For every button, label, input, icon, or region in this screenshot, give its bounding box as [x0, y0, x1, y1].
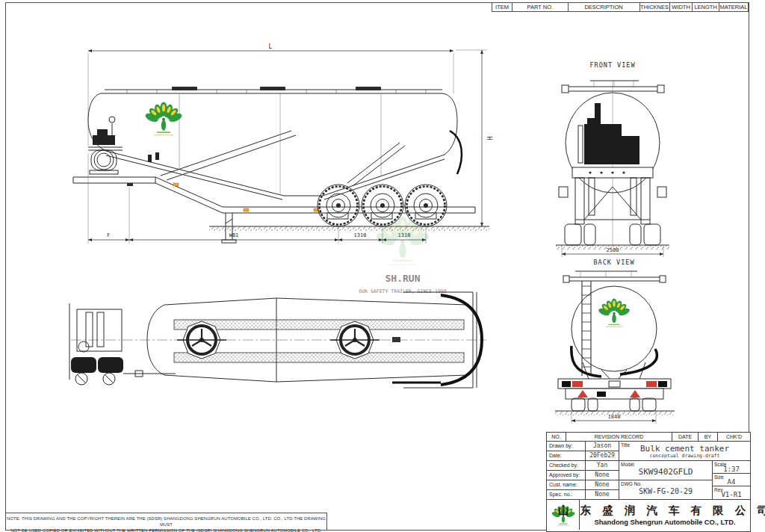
company-name-en: Shandong Shengrun Automobile CO., LTD.	[594, 519, 735, 526]
back-view: BACK VIEW	[549, 258, 680, 433]
dim-2500-label: 2500	[607, 247, 619, 253]
spec-no-label: Spec. no.:	[547, 490, 586, 500]
drawing-subtitle: conceptual drawing-draft	[650, 453, 720, 459]
approved-by-value: None	[586, 471, 619, 480]
rev-col-by: BY	[699, 433, 718, 442]
top-view	[64, 290, 493, 395]
back-view-label: BACK VIEW	[593, 259, 634, 266]
cust-name-value: None	[586, 480, 619, 490]
rear-hoses	[572, 346, 657, 377]
front-view-label: FRONT VIEW	[589, 61, 635, 69]
manhole-hatch-icon	[172, 87, 197, 90]
copyright-note: NOTE: THIS DRAWING AND THE COPYRIGHT THE…	[5, 513, 327, 531]
col-part-no: PART NO.	[512, 3, 569, 11]
scale-label: Scale	[714, 462, 726, 467]
rev-label: Rev	[714, 487, 723, 492]
manhole-hatch-icon	[356, 87, 381, 90]
model-cell: Model SKW9402GFLD	[619, 461, 713, 480]
scale-cell: Scale 1:37	[713, 461, 750, 474]
watermark-tagline: OUR SAFETY TRAILER, SINCE 1998	[359, 288, 446, 294]
checked-by-value: Yan	[586, 461, 619, 471]
rev-cell: Rev V1-R1	[713, 486, 750, 500]
col-material: MATERIAL	[719, 3, 749, 11]
dim-WB1-label: WB1	[229, 232, 239, 238]
col-description: DESCRIPTION	[569, 3, 640, 11]
tail-lamp-icon	[646, 381, 657, 387]
date-value: 20Feb29	[586, 451, 619, 461]
amber-marker-icon	[173, 183, 179, 186]
col-item: ITEM	[492, 3, 512, 11]
col-length: LENGTH	[693, 3, 719, 11]
kingpin	[127, 183, 133, 186]
tail-lamp-icon	[572, 381, 583, 387]
parts-table-header: ITEM PART NO. DESCRIPTION THICKNES WIDTH…	[492, 2, 749, 12]
checked-by-label: Checked by:	[547, 461, 586, 471]
shengrun-logo-icon	[598, 299, 631, 327]
approved-by-label: Approved by:	[547, 471, 586, 480]
rev-col-date: DATE	[672, 433, 699, 442]
spec-no-value: None	[586, 490, 619, 500]
watermark-logo-icon	[374, 217, 430, 265]
title-label: Title	[621, 442, 630, 448]
manhole-hatch-icon	[260, 87, 285, 90]
note-line-1: NOTE: THIS DRAWING AND THE COPYRIGHT THE…	[6, 516, 326, 528]
note-line-2: NOT BE USED,COPIED OR EXHIBITED WITHOUT …	[6, 528, 326, 532]
cust-name-label: Cust. name:	[547, 480, 586, 490]
amber-marker-icon	[244, 208, 249, 211]
col-width: WIDTH	[670, 3, 693, 11]
dim-1840-label: 1840	[608, 414, 621, 420]
date-label: Date:	[547, 451, 586, 461]
watermark-brand: SH.RUN	[385, 273, 421, 284]
dim-F-label: F	[107, 232, 110, 238]
title-block: NO. REVISION RECORD DATE BY CHK'D Drawn …	[546, 432, 751, 532]
title-cell: Title Bulk cement tanker conceptual draw…	[619, 442, 750, 461]
company-name-cell: 山 东 盛 润 汽 车 有 限 公 司 Shandong Shengrun Au…	[580, 500, 750, 530]
watermark: SH.RUN OUR SAFETY TRAILER, SINCE 1998	[329, 209, 478, 299]
dim-H-label: H	[486, 137, 492, 140]
dim-L-label: L	[269, 43, 273, 50]
dwg-cell: DWG No. SKW-FG-20-29	[619, 480, 713, 500]
rev-col-no: NO.	[547, 433, 566, 442]
drawn-by-value: Jason	[586, 442, 619, 451]
height-dimension: H	[456, 50, 492, 226]
rev-col-chkd: CHK'D	[718, 433, 750, 442]
plan-outline	[71, 298, 486, 382]
size-label: Size	[714, 474, 724, 480]
rear-bumper	[558, 379, 671, 411]
drawn-by-label: Drawn by:	[547, 442, 586, 451]
size-cell: Size A4	[713, 474, 750, 486]
dwg-label: DWG No.	[621, 481, 642, 486]
company-name-cn: 山 东 盛 润 汽 车 有 限 公 司	[558, 504, 765, 518]
model-label: Model	[621, 462, 634, 467]
rev-col-record: REVISION RECORD	[566, 433, 672, 442]
front-view: FRONT VIEW	[545, 58, 680, 258]
col-thicknes: THICKNES	[640, 3, 670, 11]
